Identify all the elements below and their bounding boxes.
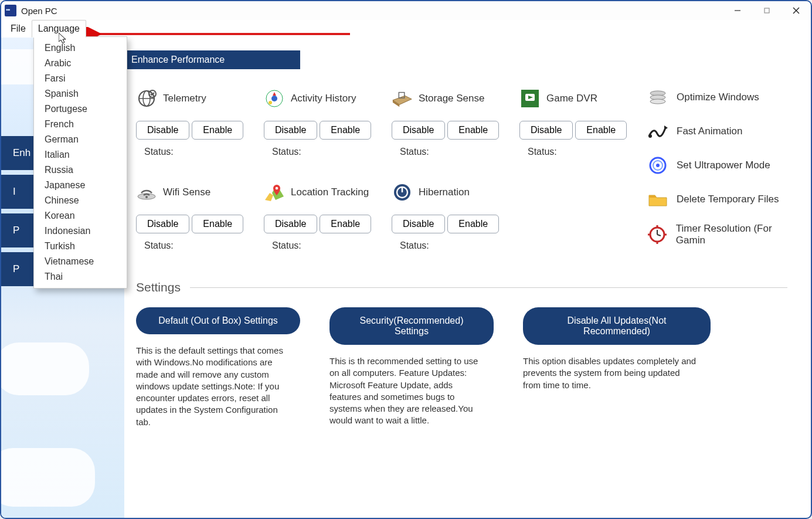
feature-title: Wifi Sense <box>163 186 210 198</box>
action-delete-temp[interactable]: Delete Temporary Files <box>647 189 800 210</box>
svg-rect-1 <box>765 8 769 13</box>
timer-icon <box>647 224 668 245</box>
settings-card-security: Security(Recommended) Settings This is t… <box>329 307 505 428</box>
action-optimize-windows[interactable]: Optimize Windows <box>647 87 800 108</box>
svg-point-36 <box>276 187 278 190</box>
performance-grid: Telemetry Disable Enable Status: Activit… <box>136 87 805 251</box>
language-option-japanese[interactable]: Japanese <box>34 178 127 193</box>
status-label: Status: <box>400 147 509 157</box>
card-description: This is the default settings that comes … <box>136 345 288 428</box>
action-timer-resolution[interactable]: Timer Resolution (For Gamin <box>647 223 800 246</box>
section-header: Enhance Performance <box>124 50 300 69</box>
card-description: This option disables updates completely … <box>523 355 699 391</box>
feature-storage-sense: Storage Sense Disable Enable Status: <box>392 87 509 157</box>
svg-point-26 <box>656 164 660 167</box>
close-button[interactable] <box>782 1 811 20</box>
security-settings-button[interactable]: Security(Recommended) Settings <box>329 307 494 345</box>
disable-button[interactable]: Disable <box>136 215 189 233</box>
window-controls <box>723 1 811 20</box>
titlebar: Open PC <box>1 1 811 20</box>
language-option-russia[interactable]: Russia <box>34 162 127 178</box>
default-settings-button[interactable]: Default (Out of Box) Settings <box>136 307 300 334</box>
power-off-icon <box>392 182 413 203</box>
menu-language[interactable]: Language <box>32 20 86 38</box>
sidebar-item-0[interactable]: Enh <box>1 136 33 170</box>
language-option-thai[interactable]: Thai <box>34 269 127 284</box>
language-option-vietnamese[interactable]: Vietnamese <box>34 254 127 269</box>
settings-card-default: Default (Out of Box) Settings This is th… <box>136 307 312 428</box>
globe-icon <box>136 88 157 109</box>
language-option-italian[interactable]: Italian <box>34 147 127 162</box>
menu-file[interactable]: File <box>5 20 32 38</box>
language-option-portugese[interactable]: Portugese <box>34 101 127 117</box>
animation-icon <box>647 121 668 142</box>
language-option-english[interactable]: English <box>34 40 127 56</box>
disable-button[interactable]: Disable <box>519 121 573 140</box>
sidebar-item-3[interactable]: P <box>1 252 33 286</box>
status-label: Status: <box>144 147 253 157</box>
language-option-chinese[interactable]: Chinese <box>34 193 127 208</box>
feature-game-dvr: Game DVR Disable Enable Status: <box>519 87 637 157</box>
enable-button[interactable]: Enable <box>575 121 627 140</box>
location-icon <box>264 182 285 203</box>
svg-point-35 <box>145 196 148 198</box>
language-option-arabic[interactable]: Arabic <box>34 56 127 71</box>
window-title: Open PC <box>21 6 57 16</box>
sidebar-item-1[interactable]: I <box>1 175 33 209</box>
wifi-icon <box>136 182 157 203</box>
language-option-korean[interactable]: Korean <box>34 208 127 223</box>
svg-point-21 <box>650 99 665 104</box>
storage-icon <box>392 88 413 109</box>
action-label: Delete Temporary Files <box>677 194 779 205</box>
status-label: Status: <box>144 240 253 251</box>
language-option-turkish[interactable]: Turkish <box>34 239 127 254</box>
action-label: Fast Animation <box>677 125 742 137</box>
feature-title: Telemetry <box>163 93 206 104</box>
disable-button[interactable]: Disable <box>392 121 445 140</box>
folder-icon <box>647 189 668 210</box>
language-dropdown: EnglishArabicFarsiSpanishPortugeseFrench… <box>33 36 127 289</box>
minimize-button[interactable] <box>723 1 752 20</box>
status-label: Status: <box>272 147 381 157</box>
svg-marker-23 <box>664 125 668 130</box>
enable-button[interactable]: Enable <box>320 121 371 140</box>
disable-button[interactable]: Disable <box>136 121 189 140</box>
language-option-farsi[interactable]: Farsi <box>34 71 127 86</box>
action-fast-animation[interactable]: Fast Animation <box>647 121 800 142</box>
feature-wifi-sense: Wifi Sense Disable Enable Status: <box>136 181 253 251</box>
disable-button[interactable]: Disable <box>264 215 317 233</box>
disable-button[interactable]: Disable <box>264 121 317 140</box>
settings-divider <box>190 287 787 288</box>
feature-telemetry: Telemetry Disable Enable Status: <box>136 87 253 157</box>
enable-button[interactable]: Enable <box>192 121 243 140</box>
svg-point-12 <box>269 101 272 104</box>
enable-button[interactable]: Enable <box>447 215 499 233</box>
svg-point-22 <box>648 134 652 138</box>
settings-section: Settings Default (Out of Box) Settings T… <box>136 280 805 428</box>
disable-button[interactable]: Disable <box>392 215 445 233</box>
main-panel: Enhance Performance Telemetry Disable En… <box>124 38 805 518</box>
game-dvr-icon <box>519 88 541 109</box>
action-ultrapower[interactable]: Set Ultrapower Mode <box>647 155 800 176</box>
settings-card-disable-updates: Disable All Updates(Not Recommended) Thi… <box>523 307 711 428</box>
action-label: Timer Resolution (For Gamin <box>676 223 800 246</box>
feature-activity-history: Activity History Disable Enable Status: <box>264 87 381 157</box>
language-option-french[interactable]: French <box>34 117 127 132</box>
maximize-button[interactable] <box>752 1 782 20</box>
status-label: Status: <box>272 240 381 251</box>
language-option-indonesian[interactable]: Indonesian <box>34 223 127 239</box>
feature-title: Location Tracking <box>291 186 369 198</box>
status-label: Status: <box>400 240 509 251</box>
sidebar-item-2[interactable]: P <box>1 213 33 247</box>
enable-button[interactable]: Enable <box>447 121 499 140</box>
action-label: Optimize Windows <box>677 91 759 103</box>
menubar: File Language EnglishArabicFarsiSpanishP… <box>1 20 811 38</box>
feature-location-tracking: Location Tracking Disable Enable Status: <box>264 181 381 251</box>
language-option-spanish[interactable]: Spanish <box>34 86 127 101</box>
feature-title: Game DVR <box>546 93 597 104</box>
enable-button[interactable]: Enable <box>192 215 243 233</box>
disable-updates-button[interactable]: Disable All Updates(Not Recommended) <box>523 307 711 345</box>
svg-point-11 <box>271 96 277 101</box>
language-option-german[interactable]: German <box>34 132 127 147</box>
enable-button[interactable]: Enable <box>320 215 371 233</box>
